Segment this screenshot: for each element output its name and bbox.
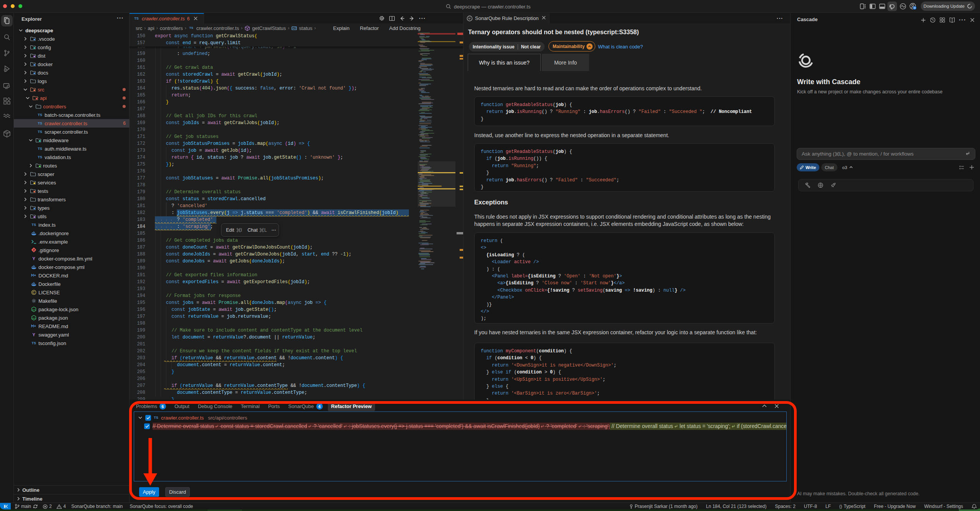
svg-text:npm: npm (32, 317, 36, 319)
svg-text:npm: npm (32, 309, 36, 311)
